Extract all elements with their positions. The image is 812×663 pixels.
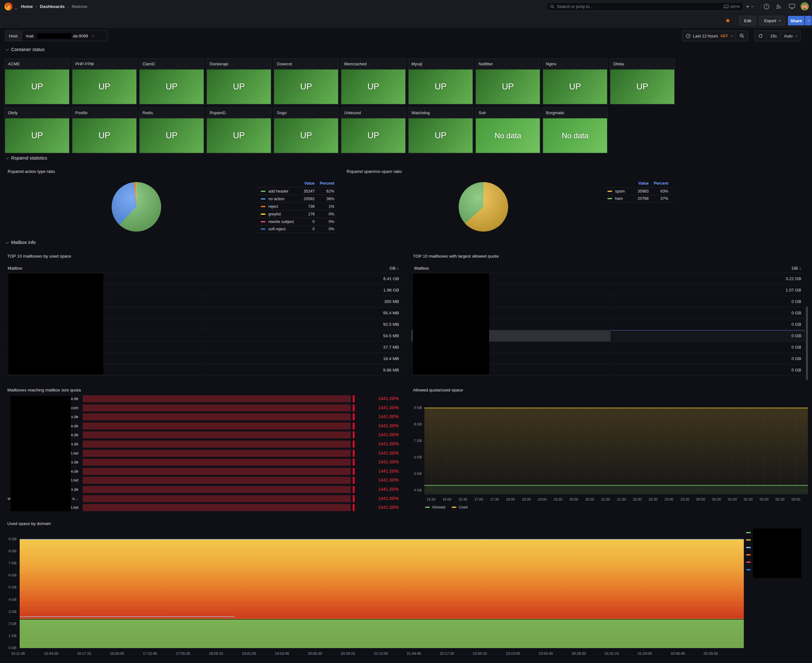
refresh-button[interactable] xyxy=(755,31,766,41)
stat-panel-value: UP xyxy=(341,118,405,153)
stat-panel-header[interactable]: Netfilter xyxy=(475,59,540,69)
panel-title-allowed-chart[interactable]: Allowed quota/used space xyxy=(413,388,463,392)
stat-panel-header[interactable]: Mysql xyxy=(408,59,473,69)
add-new-icon[interactable]: + xyxy=(746,3,753,10)
column-header-size[interactable]: GB ↓ xyxy=(5,266,399,271)
host-value[interactable]: mail. .de:9099 xyxy=(22,31,107,41)
table-scrollbar[interactable] xyxy=(806,306,808,380)
legend-color-dash xyxy=(261,221,265,222)
stat-panel-header[interactable]: Solr xyxy=(475,108,540,118)
legend-header-percent[interactable]: Percent xyxy=(309,181,334,186)
export-button[interactable]: Export xyxy=(759,16,785,25)
search-shortcut-hint: ctrl+k xyxy=(723,5,740,9)
legend-series-label[interactable]: soft reject xyxy=(268,227,286,231)
search-input[interactable] xyxy=(557,4,723,9)
legend-series-label[interactable]: add header xyxy=(268,189,288,194)
stat-panel-header[interactable]: Postfix xyxy=(72,108,137,118)
stat-panel-header[interactable]: Memcached xyxy=(341,59,406,69)
x-axis-label: 02:00 xyxy=(757,497,772,501)
collapse-chevron-icon xyxy=(6,156,9,159)
panel-title-top-quota[interactable]: TOP 10 mailboxes with largest allowed qu… xyxy=(413,254,499,259)
legend-item-used[interactable]: Used xyxy=(452,505,468,509)
help-icon[interactable]: ? xyxy=(762,3,770,10)
bar-fill xyxy=(83,477,351,484)
x-axis-label: 18:30 xyxy=(518,497,534,501)
rspamd-spam-pie-chart[interactable] xyxy=(458,182,508,231)
stat-panel-value: UP xyxy=(72,70,136,104)
legend-color-dash[interactable] xyxy=(746,532,751,533)
x-axis-label: 23:23:00 xyxy=(503,652,523,655)
breadcrumb-item-dashboards[interactable]: Dashboards xyxy=(40,4,65,9)
news-rss-icon[interactable] xyxy=(775,3,783,10)
share-button[interactable]: Share xyxy=(788,16,804,25)
stat-panel-header[interactable]: Olefy xyxy=(5,108,69,118)
legend-color-dash[interactable] xyxy=(746,539,751,540)
legend-row-soft-reject[interactable]: soft reject00% xyxy=(258,225,336,233)
legend-row-greylist[interactable]: greylist1760% xyxy=(258,210,336,218)
top-navigation-bar: Home›Dashboards›Mailcow ctrl+k + ? xyxy=(0,0,812,13)
stat-panel-header[interactable]: Dovecot xyxy=(274,59,339,69)
legend-row-ham[interactable]: ham2076837% xyxy=(604,195,676,202)
legend-series-label[interactable]: reject xyxy=(268,204,278,209)
stat-panel-header[interactable]: Nginx xyxy=(543,59,607,69)
series-line-blue-segment xyxy=(20,616,235,617)
column-header-size[interactable]: GB ↓ xyxy=(411,266,801,271)
legend-row-no-action[interactable]: no action2059236% xyxy=(258,195,336,202)
x-axis-label: 00:28:30 xyxy=(569,652,589,655)
legend-header-percent[interactable]: Percent xyxy=(643,181,668,186)
refresh-mode-dropdown[interactable]: Auto xyxy=(780,31,800,41)
stat-panel-header[interactable]: ClamD xyxy=(139,59,204,69)
cell-size-value: 37.7 MB xyxy=(361,345,399,349)
org-switcher-chevron-icon[interactable] xyxy=(15,5,16,11)
legend-series-percent: 0% xyxy=(312,212,334,216)
stat-panel-header[interactable]: Unbound xyxy=(341,108,406,118)
host-variable-dropdown[interactable]: Host: mail. .de:9099 xyxy=(5,31,107,41)
refresh-interval-value[interactable]: 15s xyxy=(766,31,780,41)
panel-title-rspamd-spam[interactable]: Rspamd spam/no-spam ratio xyxy=(347,169,402,174)
zoom-out-button[interactable] xyxy=(736,31,748,41)
stat-panel-header[interactable]: Watchdog xyxy=(408,108,473,118)
panel-title-domain-chart[interactable]: Used space by domain xyxy=(7,521,51,526)
stat-panel-header[interactable]: Ofelia xyxy=(610,59,675,69)
share-menu-button[interactable] xyxy=(805,16,812,25)
bar-value: 1441.00% xyxy=(361,469,399,474)
legend-color-dash[interactable] xyxy=(746,547,751,548)
section-mailbox-info[interactable]: Mailbox info xyxy=(6,240,36,245)
x-axis-label: 22:30 xyxy=(646,497,661,501)
stat-panel-header[interactable]: ACME xyxy=(5,59,69,69)
rspamd-action-pie-chart[interactable] xyxy=(111,182,161,231)
panel-title-quota-bars[interactable]: Mailboxes reaching mailbox size quota xyxy=(7,388,81,392)
legend-item-allowed[interactable]: Allowed xyxy=(425,505,446,509)
panel-title-rspamd-action[interactable]: Rspamd action type ratio xyxy=(8,169,55,174)
stat-panel-header[interactable]: RspamD xyxy=(207,108,271,118)
search-bar[interactable]: ctrl+k xyxy=(547,2,743,11)
legend-color-dash[interactable] xyxy=(746,569,751,570)
favorite-star-icon[interactable]: ★ xyxy=(725,17,730,24)
stat-panel-header[interactable]: Borgmatic xyxy=(543,108,607,118)
section-container-status[interactable]: Container status xyxy=(6,47,45,52)
breadcrumb-item-home[interactable]: Home xyxy=(21,4,33,9)
legend-series-label[interactable]: greylist xyxy=(268,212,281,216)
stat-panel-header[interactable]: PHP-FPM xyxy=(72,59,137,69)
time-picker: Last 12 hours CET xyxy=(682,31,748,41)
breadcrumb-item-mailcow[interactable]: Mailcow xyxy=(72,4,87,9)
legend-row-add-header[interactable]: add header3524762% xyxy=(258,187,336,195)
legend-color-dash[interactable] xyxy=(746,561,751,563)
legend-row-spam[interactable]: spam3598363% xyxy=(604,187,676,195)
legend-row-reject[interactable]: reject7361% xyxy=(258,202,336,210)
stat-panel-header[interactable]: Sogo xyxy=(274,108,339,118)
panel-title-top-used[interactable]: TOP 10 mailboxes by used space xyxy=(7,254,71,259)
display-icon[interactable] xyxy=(788,3,796,10)
grafana-logo[interactable] xyxy=(5,3,12,10)
edit-button[interactable]: Edit xyxy=(739,16,756,25)
time-range-button[interactable]: Last 12 hours CET xyxy=(682,31,736,41)
stat-panel-olefy: OlefyUP xyxy=(5,107,70,154)
section-rspamd-statistics[interactable]: Rspamd statistics xyxy=(6,155,47,160)
bar-tip xyxy=(353,477,355,484)
legend-series-label[interactable]: no action xyxy=(268,197,284,201)
stat-panel-header[interactable]: Redis xyxy=(139,108,204,118)
user-avatar[interactable] xyxy=(801,2,809,10)
legend-row-rewrite-subject[interactable]: rewrite subject00% xyxy=(258,218,336,225)
legend-color-dash[interactable] xyxy=(746,554,751,555)
stat-panel-header[interactable]: Dockerapi xyxy=(207,59,271,69)
